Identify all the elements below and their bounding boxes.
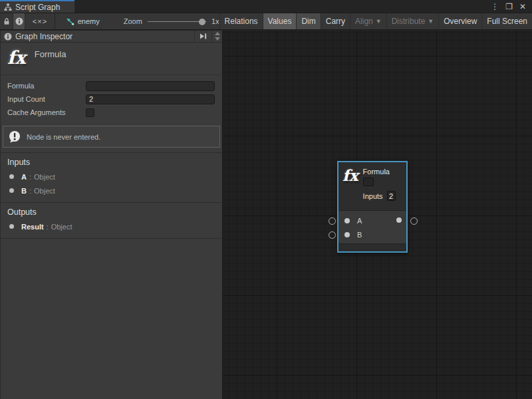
fx-icon: fx	[7, 49, 26, 66]
input-count-field-row: Input Count	[1, 92, 222, 106]
tab-title: Script Graph	[15, 3, 60, 12]
graph-inspector-panel: Graph Inspector fx Formul	[0, 31, 223, 399]
dock-panel-button[interactable]	[194, 31, 211, 42]
values-button[interactable]: Values	[263, 13, 297, 29]
graph-toolbar: <×> enemy Zoom 1x Relations Values	[0, 13, 532, 30]
code-view-button[interactable]: <×>	[25, 13, 55, 29]
zoom-value: 1x	[211, 17, 219, 25]
port-name: Result	[21, 223, 44, 231]
distribute-button[interactable]: Distribute ▼	[386, 13, 439, 29]
panel-scroll-arrows	[211, 31, 222, 42]
zoom-label: Zoom	[124, 17, 142, 25]
fx-icon: fx	[342, 168, 358, 210]
inspector-title: Graph Inspector	[15, 32, 72, 41]
connection-point-right-result[interactable]	[410, 217, 418, 225]
scroll-down-icon[interactable]	[215, 37, 220, 41]
tab-bar-spacer	[74, 0, 491, 13]
graph-name: enemy	[78, 17, 100, 25]
formula-node-ports: A B	[338, 211, 406, 243]
formula-node[interactable]: fx Formula Inputs 2 A	[337, 161, 408, 253]
port-name: B	[21, 187, 27, 195]
inspector-header-controls	[194, 31, 222, 42]
cache-arguments-label: Cache Arguments	[7, 108, 86, 116]
maximize-icon[interactable]: ❐	[505, 3, 513, 11]
formula-field-label: Formula	[7, 82, 86, 90]
inspector-fields: Formula Input Count Cache Arguments	[1, 75, 222, 119]
spacer	[1, 198, 222, 202]
align-label: Align	[355, 17, 373, 26]
inspector-toggle-button[interactable]	[13, 13, 25, 29]
input-count-label: Input Count	[7, 95, 86, 103]
distribute-label: Distribute	[392, 17, 426, 26]
unit-header: fx Formula	[1, 43, 222, 75]
chevron-down-icon: ▼	[428, 18, 434, 25]
port-dot-icon[interactable]	[344, 232, 350, 237]
port-separator: :	[29, 187, 31, 195]
relations-button[interactable]: Relations	[219, 13, 263, 29]
carry-label: Carry	[326, 17, 345, 26]
chevron-down-icon: ▼	[376, 18, 382, 25]
cache-arguments-checkbox[interactable]	[86, 108, 94, 117]
port-separator: :	[47, 223, 49, 231]
info-icon	[15, 17, 23, 25]
node-output-port-result[interactable]	[396, 217, 402, 223]
formula-node-footer	[338, 243, 406, 251]
code-icon: <×>	[33, 17, 47, 25]
graph-canvas[interactable]: fx Formula Inputs 2 A	[223, 31, 532, 399]
input-port-b[interactable]: B : Object	[1, 184, 222, 198]
node-input-port-b[interactable]: B	[338, 227, 406, 241]
port-dot-icon[interactable]	[344, 218, 350, 223]
node-formula-input[interactable]	[363, 178, 374, 186]
input-count-input[interactable]	[86, 94, 215, 104]
scroll-up-icon[interactable]	[215, 32, 220, 35]
dim-label: Dim	[301, 17, 315, 26]
hierarchy-icon	[4, 3, 12, 11]
relations-label: Relations	[225, 17, 258, 26]
script-graph-window: Script Graph ⋮ ❐ ✕ <×>	[0, 0, 532, 399]
full-screen-label: Full Screen	[487, 17, 527, 26]
values-label: Values	[268, 17, 292, 26]
zoom-slider-handle[interactable]	[199, 19, 205, 25]
output-port-result[interactable]: Result : Object	[1, 219, 222, 233]
overview-button[interactable]: Overview	[438, 13, 481, 29]
lock-icon	[3, 17, 11, 25]
close-icon[interactable]: ✕	[519, 3, 526, 11]
window-menu-icon[interactable]: ⋮	[491, 3, 499, 11]
zoom-control: Zoom 1x	[106, 13, 219, 29]
port-dot-icon	[9, 224, 14, 229]
zoom-slider[interactable]	[148, 21, 206, 22]
lock-button[interactable]	[0, 13, 13, 29]
info-icon	[4, 33, 12, 41]
full-screen-button[interactable]: Full Screen	[481, 13, 532, 29]
outputs-section-header: Outputs	[1, 203, 222, 219]
input-port-a[interactable]: A : Object	[1, 170, 222, 184]
port-type: Object	[34, 187, 55, 195]
carry-button[interactable]: Carry	[321, 13, 350, 29]
port-name: B	[357, 231, 362, 239]
formula-node-title: Formula	[363, 168, 396, 176]
cache-arguments-field-row: Cache Arguments	[1, 106, 222, 119]
tab-script-graph[interactable]: Script Graph	[0, 0, 74, 13]
port-name: A	[21, 173, 27, 181]
formula-node-header[interactable]: fx Formula Inputs 2	[338, 162, 406, 211]
port-type: Object	[51, 223, 72, 231]
node-inputs-label: Inputs	[363, 192, 383, 200]
formula-input[interactable]	[86, 81, 215, 91]
formula-node-header-content: Formula Inputs 2	[363, 168, 396, 210]
connection-point-left-a[interactable]	[329, 217, 336, 225]
align-button[interactable]: Align ▼	[350, 13, 386, 29]
graph-breadcrumb[interactable]: enemy	[55, 13, 106, 29]
port-dot-icon	[9, 188, 14, 193]
node-inputs-row: Inputs 2	[363, 191, 396, 201]
node-inputs-count[interactable]: 2	[387, 191, 396, 201]
inspector-header: Graph Inspector	[1, 31, 222, 43]
overview-label: Overview	[444, 17, 477, 26]
connection-point-left-b[interactable]	[329, 231, 336, 239]
main-area: Graph Inspector fx Formul	[0, 31, 532, 399]
dim-button[interactable]: Dim	[296, 13, 320, 29]
window-controls: ⋮ ❐ ✕	[491, 0, 532, 13]
dock-icon	[199, 33, 207, 40]
port-name: A	[357, 217, 362, 225]
warning-bubble-icon	[8, 130, 21, 144]
toolbar-buttons: Relations Values Dim Carry Align ▼ Distr…	[219, 13, 532, 29]
